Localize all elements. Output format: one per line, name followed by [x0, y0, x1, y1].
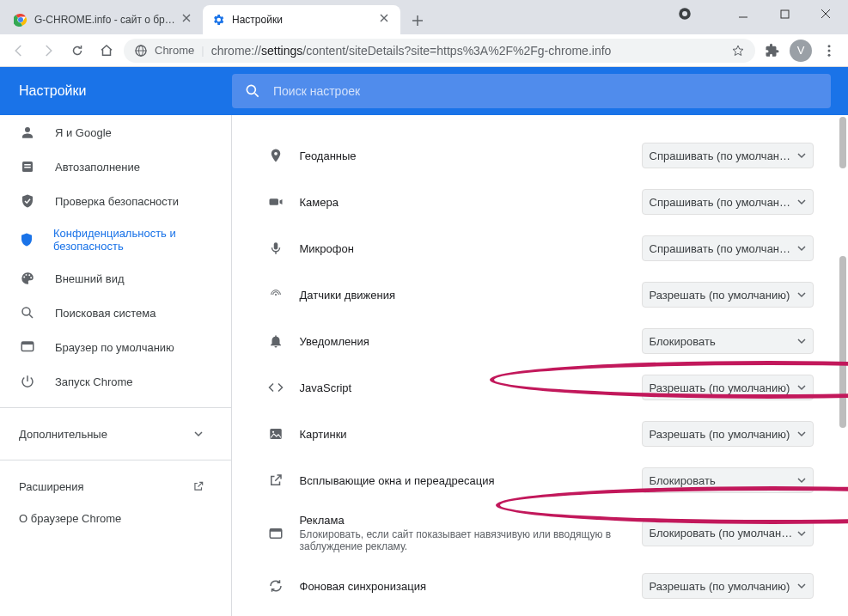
sidebar-item-label: Запуск Chrome: [55, 375, 133, 388]
nav-back-button[interactable]: [7, 39, 31, 63]
sidebar-item-appearance[interactable]: Внешний вид: [0, 261, 231, 296]
settings-favicon: [211, 13, 225, 27]
permission-select-ads[interactable]: Блокировать (по умолчанию): [642, 521, 814, 546]
nav-forward-button[interactable]: [36, 39, 60, 63]
bell-icon: [267, 332, 284, 350]
permission-sublabel: Блокировать, если сайт показывает навязч…: [300, 528, 626, 552]
profile-avatar[interactable]: V: [790, 40, 812, 62]
settings-sidebar: Я и GoogleАвтозаполнениеПроверка безопас…: [0, 67, 232, 616]
permission-row-sync: Фоновая синхронизацияРазрешать (по умолч…: [257, 563, 824, 609]
url-scheme-label: Chrome: [155, 44, 194, 57]
address-bar: Chrome | chrome://settings/content/siteD…: [0, 34, 848, 67]
svg-point-9: [828, 53, 831, 56]
sidebar-item-label: О браузере Chrome: [19, 512, 121, 525]
sidebar-item-extensions[interactable]: Расширения: [0, 469, 231, 503]
tab-label: G-CHROME.info - сайт о браузе: [34, 14, 175, 26]
permission-select-sync[interactable]: Разрешать (по умолчанию): [642, 573, 814, 599]
sidebar-item-label: Автозаполнение: [55, 161, 140, 174]
sidebar-item-label: Дополнительные: [19, 428, 107, 441]
sidebar-item-startup[interactable]: Запуск Chrome: [0, 364, 231, 399]
permission-row-sound: ЗвукАвтоматически (по умолчанию): [257, 609, 824, 616]
url-text: chrome://settings/content/siteDetails?si…: [211, 44, 612, 58]
extensions-button[interactable]: [760, 39, 784, 63]
new-tab-button[interactable]: [406, 9, 430, 33]
bookmark-star-icon[interactable]: [731, 44, 745, 58]
shield-icon: [19, 231, 34, 248]
permission-select-mic[interactable]: Спрашивать (по умолчанию): [642, 235, 814, 261]
svg-rect-20: [21, 342, 34, 345]
sidebar-item-privacy[interactable]: Конфиденциальность и безопасность: [0, 218, 231, 261]
caret-down-icon: [797, 151, 806, 160]
site-info-icon[interactable]: [134, 44, 148, 58]
permission-value: Спрашивать (по умолчанию): [650, 242, 794, 255]
svg-rect-5: [781, 10, 789, 18]
sidebar-item-label: Я и Google: [55, 126, 112, 139]
popup-icon: [267, 472, 284, 489]
permission-select-popups[interactable]: Блокировать: [642, 467, 814, 493]
permission-label: Картинки: [300, 428, 626, 441]
page: Настройки Я и GoogleАвтозаполнениеПровер…: [0, 67, 848, 616]
sidebar-item-label: Поисковая система: [55, 307, 156, 320]
sidebar-item-default[interactable]: Браузер по умолчанию: [0, 330, 231, 364]
sidebar-item-about[interactable]: О браузере Chrome: [0, 503, 231, 534]
permission-label: Фоновая синхронизация: [300, 580, 626, 593]
menu-button[interactable]: [817, 39, 841, 63]
permission-row-images: КартинкиРазрешать (по умолчанию): [257, 411, 824, 457]
permission-row-camera: КамераСпрашивать (по умолчанию): [257, 179, 824, 225]
close-tab-icon[interactable]: [380, 14, 392, 26]
permission-label: Уведомления: [300, 335, 626, 348]
chrome-favicon: [14, 13, 27, 27]
permission-label: Датчики движения: [300, 289, 626, 302]
omnibox[interactable]: Chrome | chrome://settings/content/siteD…: [124, 39, 755, 63]
permission-select-notifications[interactable]: Блокировать: [642, 328, 814, 354]
pin-icon: [267, 147, 284, 164]
svg-point-17: [30, 277, 32, 278]
permission-select-motion[interactable]: Разрешать (по умолчанию): [642, 282, 814, 308]
permission-row-location: ГеоданныеСпрашивать (по умолчанию): [257, 132, 824, 179]
maximize-button[interactable]: [772, 5, 796, 22]
permission-value: Разрешать (по умолчанию): [650, 381, 790, 394]
permission-label: Геоданные: [300, 149, 626, 162]
permission-row-mic: МикрофонСпрашивать (по умолчанию): [257, 225, 824, 271]
permission-value: Разрешать (по умолчанию): [650, 289, 790, 302]
browser-tab-inactive[interactable]: G-CHROME.info - сайт о браузе: [5, 5, 203, 34]
home-button[interactable]: [95, 39, 119, 63]
svg-point-10: [247, 85, 255, 94]
permission-select-location[interactable]: Спрашивать (по умолчанию): [642, 143, 814, 168]
svg-rect-26: [270, 528, 282, 531]
page-scrollbar[interactable]: [839, 117, 846, 168]
sidebar-item-advanced[interactable]: Дополнительные: [0, 417, 231, 451]
sync-icon: [267, 577, 284, 595]
svg-point-22: [275, 294, 277, 296]
permission-row-notifications: УведомленияБлокировать: [257, 318, 824, 364]
settings-search[interactable]: [232, 74, 831, 108]
svg-rect-21: [273, 242, 278, 249]
permission-label: Камера: [300, 196, 626, 209]
minimize-button[interactable]: [731, 5, 755, 22]
svg-rect-23: [270, 429, 282, 439]
open-external-icon: [190, 478, 207, 495]
permission-select-javascript[interactable]: Разрешать (по умолчанию): [642, 375, 814, 400]
close-window-button[interactable]: [814, 5, 838, 22]
profile-indicator-icon[interactable]: [673, 5, 697, 22]
sidebar-item-search[interactable]: Поисковая система: [0, 296, 231, 330]
content-scrollbar[interactable]: [839, 256, 846, 428]
reload-button[interactable]: [65, 39, 89, 63]
sidebar-item-label: Внешний вид: [55, 272, 125, 285]
close-tab-icon[interactable]: [182, 14, 194, 26]
sidebar-item-you-and-google[interactable]: Я и Google: [0, 115, 231, 149]
permission-select-camera[interactable]: Спрашивать (по умолчанию): [642, 189, 814, 215]
permission-select-images[interactable]: Разрешать (по умолчанию): [642, 421, 814, 447]
browser-tab-active[interactable]: Настройки: [203, 5, 400, 34]
svg-rect-12: [24, 164, 31, 166]
settings-search-input[interactable]: [273, 84, 819, 98]
svg-point-14: [23, 277, 25, 278]
permission-value: Спрашивать (по умолчанию): [650, 196, 794, 209]
autofill-icon: [19, 158, 36, 175]
sidebar-item-autofill[interactable]: Автозаполнение: [0, 149, 231, 184]
sidebar-item-safety[interactable]: Проверка безопасности: [0, 184, 231, 218]
settings-title: Настройки: [0, 83, 232, 99]
mic-icon: [267, 240, 284, 257]
permission-label: Микрофон: [300, 242, 626, 255]
permission-row-popups: Всплывающие окна и переадресацияБлокиров…: [257, 457, 824, 503]
